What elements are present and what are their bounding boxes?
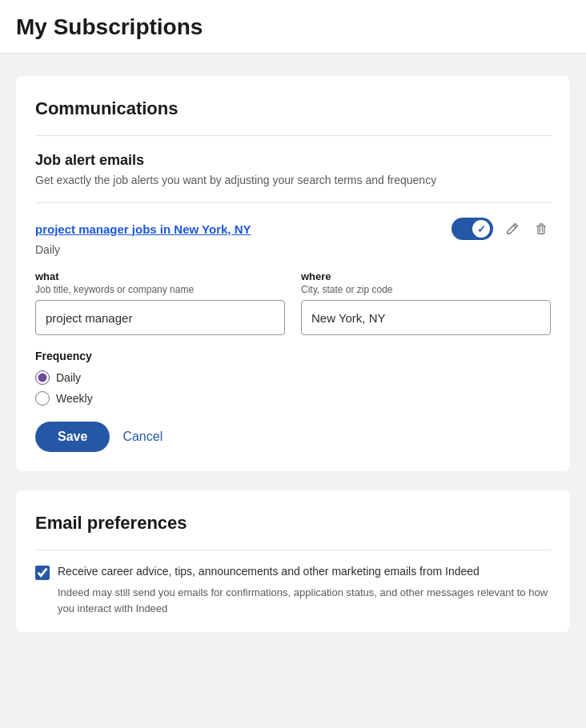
email-preferences-title: Email preferences <box>35 513 551 550</box>
alert-actions: ✓ <box>452 218 551 240</box>
pencil-icon <box>506 222 519 235</box>
page-header: My Subscriptions <box>0 0 586 54</box>
frequency-daily-option[interactable]: Daily <box>35 370 551 385</box>
page-title: My Subscriptions <box>16 14 570 40</box>
search-form-row: what Job title, keywords or company name… <box>35 270 551 335</box>
where-field-group: where City, state or zip code <box>301 270 551 335</box>
frequency-daily-label: Daily <box>56 371 81 384</box>
frequency-daily-radio[interactable] <box>35 370 50 385</box>
alert-name[interactable]: project manager jobs in New York, NY <box>35 222 251 236</box>
where-sublabel: City, state or zip code <box>301 284 551 295</box>
alert-header: project manager jobs in New York, NY ✓ <box>35 218 551 240</box>
marketing-emails-subtext: Indeed may still send you emails for con… <box>35 585 551 616</box>
where-input[interactable] <box>301 300 551 335</box>
frequency-weekly-label: Weekly <box>56 392 93 405</box>
communications-card: Communications Job alert emails Get exac… <box>16 76 570 471</box>
delete-alert-button[interactable] <box>532 221 551 237</box>
alert-frequency: Daily <box>35 243 551 256</box>
where-label: where <box>301 270 551 282</box>
email-preferences-card: Email preferences Receive career advice,… <box>16 490 570 632</box>
frequency-weekly-radio[interactable] <box>35 391 50 406</box>
job-alerts-title: Job alert emails <box>35 152 551 169</box>
marketing-emails-checkbox[interactable] <box>35 566 50 580</box>
save-button[interactable]: Save <box>35 422 110 452</box>
toggle-thumb: ✓ <box>472 220 490 238</box>
what-field-group: what Job title, keywords or company name <box>35 270 285 335</box>
pref-row-marketing: Receive career advice, tips, announcemen… <box>35 565 551 580</box>
what-input[interactable] <box>35 300 285 335</box>
toggle-checkmark-icon: ✓ <box>477 223 486 235</box>
form-buttons: Save Cancel <box>35 422 551 452</box>
alert-row: project manager jobs in New York, NY ✓ <box>35 202 551 452</box>
job-alerts-subsection: Job alert emails Get exactly the job ale… <box>35 135 551 186</box>
edit-alert-button[interactable] <box>503 221 522 237</box>
main-content: Communications Job alert emails Get exac… <box>0 54 586 728</box>
job-alerts-description: Get exactly the job alerts you want by a… <box>35 174 551 186</box>
trash-icon <box>535 222 548 235</box>
communications-title: Communications <box>35 98 551 119</box>
frequency-section: Frequency Daily Weekly <box>35 350 551 406</box>
what-label: what <box>35 270 285 282</box>
cancel-button[interactable]: Cancel <box>122 430 163 444</box>
toggle-track[interactable]: ✓ <box>452 218 493 240</box>
alert-toggle[interactable]: ✓ <box>452 218 493 240</box>
pref-item-marketing: Receive career advice, tips, announcemen… <box>35 550 551 632</box>
frequency-label: Frequency <box>35 350 551 362</box>
frequency-weekly-option[interactable]: Weekly <box>35 391 551 406</box>
what-sublabel: Job title, keywords or company name <box>35 284 285 295</box>
marketing-emails-label: Receive career advice, tips, announcemen… <box>58 565 480 578</box>
